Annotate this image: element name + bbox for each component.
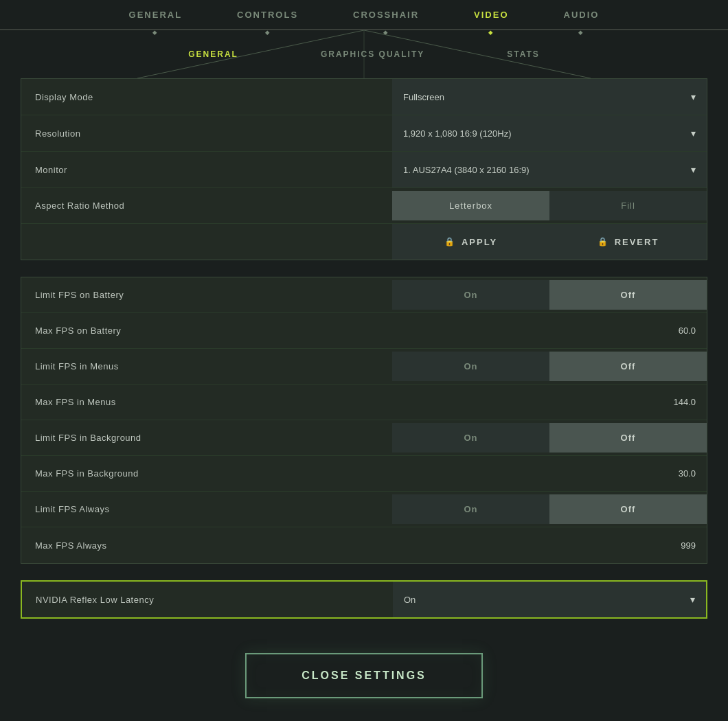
resolution-row: Resolution 1,920 x 1,080 16:9 (120Hz) ▾ [21, 115, 707, 152]
close-settings-button[interactable]: CLOSE SETTINGS [245, 653, 483, 698]
nvidia-reflex-value: On [404, 595, 416, 605]
nvidia-reflex-row: NVIDIA Reflex Low Latency On ▾ [21, 580, 707, 619]
limit-fps-always-row: Limit FPS Always On Off [21, 492, 707, 527]
monitor-row: Monitor 1. AUS27A4 (3840 x 2160 16:9) ▾ [21, 152, 707, 188]
resolution-arrow-icon: ▾ [691, 128, 696, 139]
nav-item-crosshair[interactable]: CROSSHAIR [326, 0, 446, 29]
apply-button[interactable]: 🔒 APPLY [392, 224, 549, 260]
monitor-control: 1. AUS27A4 (3840 x 2160 16:9) ▾ [392, 152, 707, 187]
limit-fps-always-off-button[interactable]: Off [549, 494, 707, 524]
sub-nav-graphics-quality[interactable]: GRAPHICS QUALITY [280, 49, 466, 59]
limit-fps-background-toggle: On Off [392, 423, 707, 453]
apply-label: APPLY [462, 237, 497, 247]
max-fps-background-label: Max FPS in Background [21, 468, 392, 479]
resolution-dropdown[interactable]: 1,920 x 1,080 16:9 (120Hz) ▾ [392, 115, 707, 151]
section-gap-2 [21, 566, 707, 580]
nav-item-controls[interactable]: CONTROLS [209, 0, 326, 29]
limit-fps-background-on-button[interactable]: On [392, 423, 549, 453]
aspect-letterbox-button[interactable]: Letterbox [392, 191, 549, 220]
display-mode-label: Display Mode [21, 92, 392, 102]
display-mode-value: Fullscreen [403, 92, 444, 102]
limit-fps-background-off-button[interactable]: Off [549, 423, 707, 453]
revert-button[interactable]: 🔒 REVERT [549, 224, 707, 260]
limit-fps-battery-control: On Off [392, 280, 707, 310]
max-fps-battery-control: 60.0 [392, 316, 707, 345]
monitor-dropdown[interactable]: 1. AUS27A4 (3840 x 2160 16:9) ▾ [392, 152, 707, 187]
max-fps-menus-row: Max FPS in Menus 144.0 [21, 385, 707, 420]
max-fps-always-row: Max FPS Always 999 [21, 527, 707, 563]
apply-lock-icon: 🔒 [444, 237, 456, 247]
apply-revert-row: 🔒 APPLY 🔒 REVERT [21, 224, 707, 260]
aspect-ratio-control: Letterbox Fill [392, 191, 707, 220]
nvidia-reflex-arrow-icon: ▾ [690, 594, 695, 605]
limit-fps-battery-off-button[interactable]: Off [549, 280, 707, 310]
display-mode-dropdown[interactable]: Fullscreen ▾ [392, 79, 707, 115]
monitor-label: Monitor [21, 165, 392, 175]
sub-navigation: GENERAL GRAPHICS QUALITY STATS [0, 37, 728, 71]
nvidia-reflex-dropdown[interactable]: On ▾ [393, 582, 706, 617]
nav-item-general[interactable]: GENERAL [102, 0, 210, 29]
main-content: Display Mode Fullscreen ▾ Resolution 1,9… [0, 71, 728, 705]
limit-fps-always-on-button[interactable]: On [392, 494, 549, 524]
revert-lock-icon: 🔒 [598, 237, 609, 247]
max-fps-menus-label: Max FPS in Menus [21, 397, 392, 407]
aspect-fill-button[interactable]: Fill [549, 191, 707, 220]
limit-fps-always-toggle: On Off [392, 494, 707, 524]
nav-item-video[interactable]: VIDEO [446, 0, 536, 29]
max-fps-always-control: 999 [392, 531, 707, 560]
limit-fps-menus-on-button[interactable]: On [392, 352, 549, 381]
sub-nav-general[interactable]: GENERAL [147, 49, 280, 59]
max-fps-always-label: Max FPS Always [21, 540, 392, 551]
limit-fps-menus-row: Limit FPS in Menus On Off [21, 349, 707, 385]
aspect-ratio-label: Aspect Ratio Method [21, 201, 392, 211]
max-fps-background-row: Max FPS in Background 30.0 [21, 456, 707, 492]
display-mode-row: Display Mode Fullscreen ▾ [21, 79, 707, 115]
resolution-label: Resolution [21, 128, 392, 139]
limit-fps-background-control: On Off [392, 423, 707, 453]
limit-fps-menus-toggle: On Off [392, 352, 707, 381]
monitor-arrow-icon: ▾ [691, 164, 696, 175]
display-mode-control: Fullscreen ▾ [392, 79, 707, 115]
display-settings-section: Display Mode Fullscreen ▾ Resolution 1,9… [21, 78, 707, 260]
sub-nav-stats[interactable]: STATS [466, 49, 581, 59]
section-gap-1 [21, 263, 707, 277]
limit-fps-battery-label: Limit FPS on Battery [21, 290, 392, 300]
limit-fps-always-control: On Off [392, 494, 707, 524]
max-fps-background-control: 30.0 [392, 459, 707, 488]
max-fps-always-value: 999 [392, 531, 707, 560]
fps-settings-section: Limit FPS on Battery On Off Max FPS on B… [21, 277, 707, 564]
display-mode-arrow-icon: ▾ [691, 91, 696, 102]
limit-fps-battery-toggle: On Off [392, 280, 707, 310]
revert-label: REVERT [615, 237, 659, 247]
monitor-value: 1. AUS27A4 (3840 x 2160 16:9) [403, 165, 530, 175]
limit-fps-menus-label: Limit FPS in Menus [21, 361, 392, 371]
aspect-ratio-group: Letterbox Fill [392, 191, 707, 220]
max-fps-menus-control: 144.0 [392, 387, 707, 417]
limit-fps-menus-control: On Off [392, 352, 707, 381]
limit-fps-battery-on-button[interactable]: On [392, 280, 549, 310]
limit-fps-menus-off-button[interactable]: Off [549, 352, 707, 381]
aspect-ratio-row: Aspect Ratio Method Letterbox Fill [21, 188, 707, 224]
max-fps-menus-value: 144.0 [392, 387, 707, 417]
resolution-value: 1,920 x 1,080 16:9 (120Hz) [403, 128, 512, 139]
resolution-control: 1,920 x 1,080 16:9 (120Hz) ▾ [392, 115, 707, 151]
limit-fps-always-label: Limit FPS Always [21, 504, 392, 514]
nvidia-reflex-label: NVIDIA Reflex Low Latency [22, 595, 393, 605]
top-navigation: GENERAL CONTROLS CROSSHAIR VIDEO AUDIO [0, 0, 728, 30]
nvidia-reflex-control: On ▾ [393, 582, 706, 617]
max-fps-battery-value: 60.0 [392, 316, 707, 345]
max-fps-background-value: 30.0 [392, 459, 707, 488]
nav-item-audio[interactable]: AUDIO [536, 0, 627, 29]
max-fps-battery-label: Max FPS on Battery [21, 325, 392, 336]
max-fps-battery-row: Max FPS on Battery 60.0 [21, 313, 707, 349]
limit-fps-background-label: Limit FPS in Background [21, 433, 392, 443]
limit-fps-battery-row: Limit FPS on Battery On Off [21, 277, 707, 313]
close-button-wrapper: CLOSE SETTINGS [21, 653, 707, 698]
limit-fps-background-row: Limit FPS in Background On Off [21, 420, 707, 456]
